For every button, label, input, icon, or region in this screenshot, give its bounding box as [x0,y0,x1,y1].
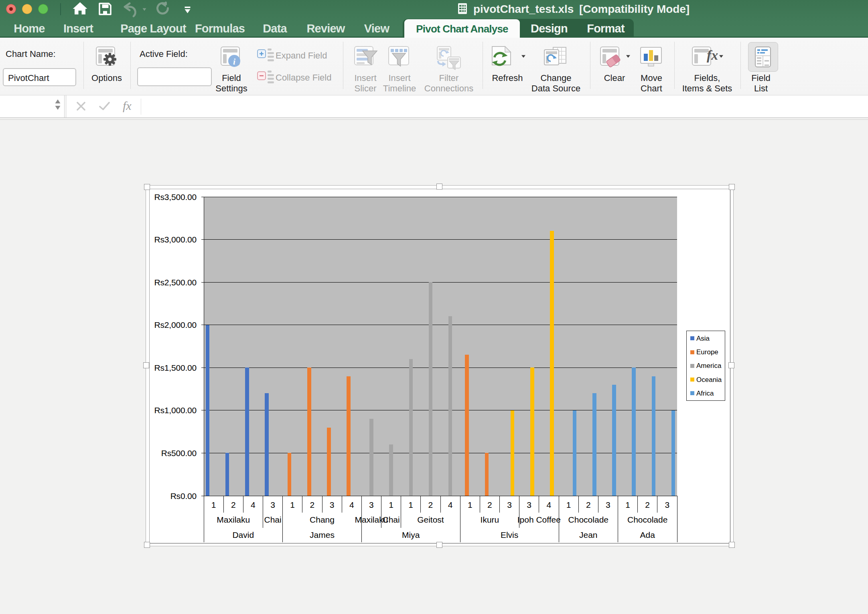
svg-text:Africa: Africa [696,390,714,397]
svg-text:Chai: Chai [382,515,400,524]
svg-text:Rs1,500.00: Rs1,500.00 [154,363,197,372]
svg-text:Rs3,500.00: Rs3,500.00 [154,192,197,202]
svg-text:3: 3 [270,500,275,509]
svg-text:David: David [232,530,254,539]
svg-text:3: 3 [606,500,610,509]
svg-text:1: 1 [211,500,216,509]
svg-text:Ikuru: Ikuru [481,515,499,524]
svg-text:Rs500.00: Rs500.00 [161,448,197,458]
svg-text:Rs2,500.00: Rs2,500.00 [154,278,197,287]
svg-text:2: 2 [487,500,492,509]
svg-text:James: James [310,530,335,539]
svg-text:1: 1 [566,500,571,509]
svg-text:2: 2 [428,500,433,509]
svg-text:Maxilaku: Maxilaku [217,515,250,524]
svg-text:America: America [696,362,722,370]
svg-text:3: 3 [369,500,374,509]
svg-text:3: 3 [665,500,670,509]
svg-text:Geitost: Geitost [417,515,444,524]
svg-text:Jean: Jean [579,530,598,539]
svg-text:3: 3 [527,500,531,509]
svg-text:Ada: Ada [640,530,655,539]
svg-text:Miya: Miya [402,530,420,539]
svg-text:fx: fx [123,99,132,112]
svg-text:Chocolade: Chocolade [627,515,667,524]
svg-text:4: 4 [547,500,552,509]
svg-text:Rs0.00: Rs0.00 [170,491,197,501]
svg-text:Rs2,000.00: Rs2,000.00 [154,320,197,329]
svg-text:1: 1 [625,500,630,509]
svg-text:Asia: Asia [696,335,710,342]
svg-text:Rs3,000.00: Rs3,000.00 [154,235,197,244]
svg-text:Oceania: Oceania [696,376,722,384]
svg-text:fx: fx [707,48,718,63]
svg-text:Elvis: Elvis [501,530,518,539]
svg-text:4: 4 [448,500,453,509]
svg-text:Chocolade: Chocolade [568,515,608,524]
svg-text:1: 1 [389,500,393,509]
svg-text:Rs1,000.00: Rs1,000.00 [154,406,197,415]
svg-text:i: i [233,57,236,67]
svg-text:3: 3 [507,500,512,509]
svg-text:2: 2 [310,500,315,509]
svg-text:1: 1 [408,500,413,509]
svg-text:1: 1 [468,500,473,509]
svg-text:3: 3 [330,500,335,509]
svg-text:4: 4 [349,500,354,509]
svg-text:2: 2 [586,500,591,509]
svg-text:2: 2 [645,500,650,509]
svg-text:Chang: Chang [310,515,335,524]
svg-text:Europe: Europe [696,348,718,356]
svg-text:1: 1 [290,500,295,509]
svg-text:2: 2 [231,500,236,509]
svg-text:Chai: Chai [264,515,281,524]
svg-text:Ipoh Coffee: Ipoh Coffee [517,515,561,524]
svg-text:4: 4 [251,500,256,509]
